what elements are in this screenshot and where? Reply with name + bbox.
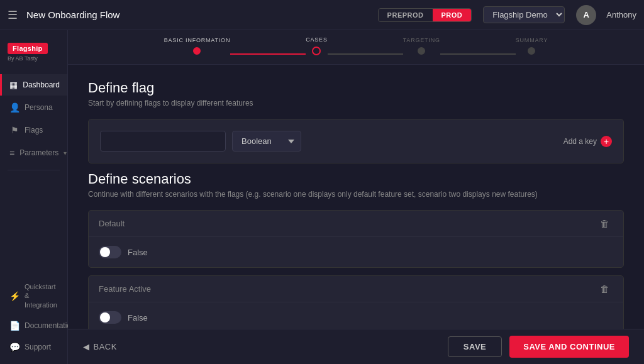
quickstart-icon: ⚡: [9, 291, 19, 301]
sidebar-label-parameters: Parameters: [19, 148, 58, 157]
delete-scenario-feature-active-button[interactable]: 🗑: [596, 282, 613, 295]
step-label-cases: CASES: [306, 36, 328, 43]
step-dot-targeting: [418, 47, 425, 55]
prod-button[interactable]: PROD: [433, 9, 472, 21]
scenario-header-feature-active: Feature Active 🗑: [89, 276, 623, 302]
save-button[interactable]: SAVE: [448, 336, 502, 357]
persona-icon: 👤: [9, 102, 19, 113]
environment-dropdown[interactable]: Flagship Demo: [483, 6, 565, 23]
avatar-name: Anthony: [606, 10, 636, 19]
sidebar-label-persona: Persona: [25, 103, 53, 112]
step-line-1: [230, 53, 306, 55]
step-label-basic-info: BASIC INFORMATION: [164, 37, 230, 43]
sidebar-bottom: ⚡ Quickstart & Integration 📄 Documentati…: [0, 277, 67, 364]
step-dot-basic-info: [193, 47, 201, 55]
content-area: BASIC INFORMATION CASES TARGETING SUMMAR…: [68, 30, 644, 364]
sidebar-item-dashboard[interactable]: ▦ Dashboard: [0, 74, 67, 96]
sidebar-item-support[interactable]: 💬 Support: [0, 336, 67, 358]
back-arrow-icon: ◀: [83, 342, 90, 351]
sidebar-nav: ▦ Dashboard 👤 Persona ⚑ Flags ≡ Paramete…: [0, 72, 67, 178]
right-buttons: SAVE SAVE AND CONTINUE: [448, 336, 629, 358]
bottom-bar: ◀ BACK SAVE SAVE AND CONTINUE: [68, 329, 644, 364]
toggle-label-feature-active: False: [128, 313, 148, 323]
toggle-feature-active[interactable]: [99, 311, 121, 324]
toggle-knob-feature-active: [100, 312, 110, 323]
sidebar-item-parameters[interactable]: ≡ Parameters ▾: [0, 142, 67, 163]
page-title: New Onboarding Flow: [26, 9, 372, 20]
steps-container: BASIC INFORMATION CASES TARGETING SUMMAR…: [164, 36, 548, 55]
delete-scenario-default-button[interactable]: 🗑: [596, 217, 613, 230]
step-dot-summary: [528, 47, 535, 55]
sidebar-item-persona[interactable]: 👤 Persona: [0, 97, 67, 118]
sidebar-label-dashboard: Dashboard: [23, 80, 60, 89]
define-flag-section: Define flag Start by defining flags to d…: [88, 80, 624, 163]
toggle-default[interactable]: [99, 246, 121, 258]
define-scenarios-subtitle: Continue with different scenarios with t…: [88, 190, 624, 199]
back-button[interactable]: ◀ BACK: [83, 342, 117, 351]
chevron-down-icon: ▾: [64, 150, 67, 157]
define-scenarios-section: Define scenarios Continue with different…: [88, 171, 624, 329]
add-key-button[interactable]: +: [601, 136, 612, 147]
scenario-name-feature-active: Feature Active: [99, 284, 151, 294]
support-icon: 💬: [9, 342, 19, 352]
step-cases: CASES: [306, 36, 328, 55]
scenario-body-feature-active: False: [89, 302, 623, 329]
step-label-summary: SUMMARY: [516, 37, 548, 43]
dashboard-icon: ▦: [9, 80, 18, 90]
logo-area: Flagship By AB Tasty: [0, 38, 67, 72]
steps-bar: BASIC INFORMATION CASES TARGETING SUMMAR…: [68, 30, 644, 65]
flags-icon: ⚑: [9, 125, 19, 135]
sidebar-label-flags: Flags: [25, 126, 43, 135]
add-key-label: Add a key: [564, 137, 597, 146]
scenario-card-feature-active: Feature Active 🗑 False: [88, 275, 624, 329]
step-basic-info: BASIC INFORMATION: [164, 37, 230, 55]
topbar: ☰ New Onboarding Flow PREPROD PROD Flags…: [0, 0, 644, 30]
sidebar-item-documentation[interactable]: 📄 Documentation: [0, 315, 67, 336]
back-label: BACK: [94, 342, 117, 351]
scenario-name-default: Default: [99, 219, 125, 228]
hamburger-icon[interactable]: ☰: [8, 8, 18, 22]
step-line-3: [440, 53, 516, 55]
flag-type-select[interactable]: Boolean String Number JSON: [232, 131, 301, 152]
parameters-icon: ≡: [9, 148, 14, 158]
preprod-button[interactable]: PREPROD: [379, 9, 433, 21]
flag-input-row: Boolean String Number JSON Add a key +: [88, 119, 624, 163]
add-key-row: Add a key +: [564, 133, 612, 150]
sidebar: Flagship By AB Tasty ▦ Dashboard 👤 Perso…: [0, 30, 68, 364]
toggle-label-default: False: [128, 248, 148, 257]
scenario-header-default: Default 🗑: [89, 211, 623, 237]
step-label-targeting: TARGETING: [403, 37, 440, 43]
avatar: A: [576, 5, 596, 25]
logo-badge: Flagship: [8, 43, 48, 54]
sidebar-divider: [8, 170, 60, 170]
step-dot-cases: [312, 47, 321, 55]
save-and-continue-button[interactable]: SAVE AND CONTINUE: [509, 336, 629, 358]
toggle-knob-default: [100, 247, 110, 257]
logo-sub: By AB Tasty: [8, 55, 38, 62]
sidebar-label-quickstart: Quickstart & Integration: [25, 282, 60, 309]
flag-key-input[interactable]: [100, 131, 226, 152]
step-summary: SUMMARY: [516, 37, 548, 55]
env-switcher: PREPROD PROD: [378, 8, 472, 22]
scenario-body-default: False: [89, 237, 623, 267]
scenario-card-default: Default 🗑 False: [88, 210, 624, 268]
main-scroll: Define flag Start by defining flags to d…: [68, 65, 644, 329]
main-layout: Flagship By AB Tasty ▦ Dashboard 👤 Perso…: [0, 30, 644, 364]
define-flag-title: Define flag: [88, 80, 624, 96]
documentation-icon: 📄: [9, 321, 19, 331]
define-scenarios-title: Define scenarios: [88, 171, 624, 187]
sidebar-item-flags[interactable]: ⚑ Flags: [0, 119, 67, 141]
sidebar-label-support: Support: [25, 343, 51, 351]
define-flag-subtitle: Start by defining flags to display diffe…: [88, 99, 624, 108]
step-targeting: TARGETING: [403, 37, 440, 55]
step-line-2: [328, 53, 403, 55]
sidebar-item-quickstart[interactable]: ⚡ Quickstart & Integration: [0, 277, 67, 315]
